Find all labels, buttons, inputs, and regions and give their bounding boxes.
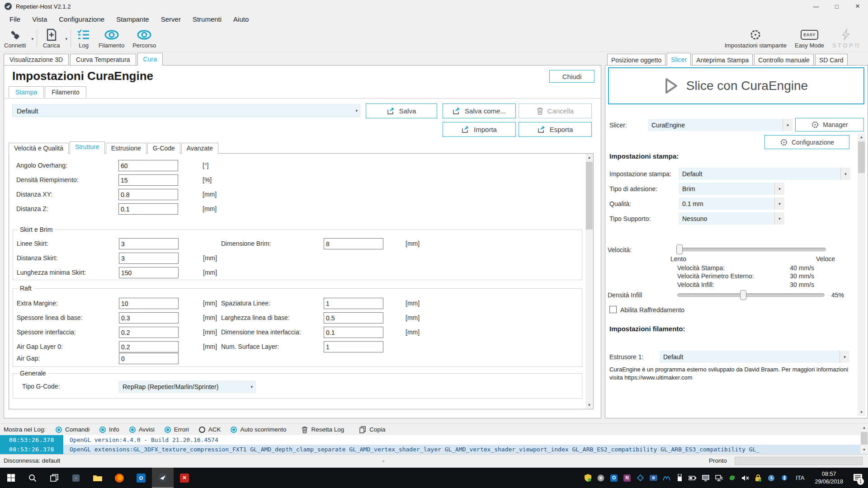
- scrollbar-thumb[interactable]: [586, 162, 593, 230]
- esporta-button[interactable]: Esporta: [519, 122, 592, 137]
- load-dropdown[interactable]: ▾: [64, 26, 69, 52]
- tab-velocita-qualita[interactable]: Velocità e Qualità: [9, 143, 69, 154]
- tray-display-icon[interactable]: [701, 474, 710, 483]
- select-arrow[interactable]: ▾: [840, 168, 850, 180]
- num-surface-layer-input[interactable]: [324, 341, 383, 352]
- menu-server[interactable]: Server: [155, 13, 187, 26]
- tray-sync-icon[interactable]: [727, 474, 736, 483]
- scrollbar-thumb[interactable]: [858, 141, 865, 173]
- connect-button[interactable]: Connetti: [0, 26, 30, 52]
- extra-margine-input[interactable]: [119, 298, 179, 309]
- lunghezza-minima-skirt-input[interactable]: [119, 267, 179, 278]
- menu-vista[interactable]: Vista: [26, 13, 53, 26]
- tray-bluetooth-icon[interactable]: [780, 474, 789, 483]
- scroll-up-icon[interactable]: ▲: [585, 154, 593, 161]
- tray-backup-icon[interactable]: [767, 474, 776, 483]
- tab-curva-temperatura[interactable]: Curva Temperatura: [70, 54, 136, 66]
- salva-come-button[interactable]: Salva come...: [443, 103, 516, 118]
- tray-diamond-icon[interactable]: [636, 474, 645, 483]
- speed-slider[interactable]: [679, 248, 826, 251]
- infill-slider-thumb[interactable]: [740, 290, 746, 300]
- angolo-overhang-input[interactable]: [118, 160, 178, 171]
- scroll-down-icon[interactable]: ▼: [585, 401, 593, 409]
- slicer-select[interactable]: CuraEngine: [648, 119, 783, 131]
- taskbar-app-repetier[interactable]: [152, 468, 174, 488]
- select-arrow[interactable]: ▾: [774, 197, 784, 210]
- search-button[interactable]: [22, 468, 43, 488]
- qualita-select[interactable]: 0.1 mm: [679, 197, 774, 210]
- start-button[interactable]: [0, 468, 22, 488]
- manager-button[interactable]: Manager: [795, 118, 864, 131]
- toggle-comandi[interactable]: Comandi: [56, 426, 90, 433]
- impostazione-stampa-select[interactable]: Default: [679, 168, 840, 180]
- extruder-select[interactable]: Default: [660, 351, 840, 363]
- salva-button[interactable]: Salva: [366, 103, 437, 118]
- dimensione-brim-input[interactable]: [324, 238, 383, 249]
- tab-controllo-manuale[interactable]: Controllo manuale: [754, 54, 814, 66]
- menu-aiuto[interactable]: Aiuto: [227, 13, 255, 26]
- copia-button[interactable]: Copia: [359, 426, 385, 433]
- tipo-supporto-select[interactable]: Nessuno: [679, 212, 774, 225]
- toggle-avvisi[interactable]: Avvisi: [129, 426, 155, 433]
- taskbar-app-1[interactable]: ◦: [65, 468, 87, 488]
- tab-anteprima-stampa[interactable]: Anteprima Stampa: [692, 54, 753, 66]
- gcode-type-select[interactable]: RepRap (Repetier/Marlin/Sprinter) ▾: [119, 381, 255, 393]
- menu-configurazione[interactable]: Configurazione: [53, 13, 110, 26]
- filament-toggle-button[interactable]: Filamento: [94, 26, 128, 52]
- cooling-checkbox[interactable]: [609, 306, 617, 313]
- importa-button[interactable]: Importa: [443, 122, 516, 137]
- printer-settings-button[interactable]: Impostazioni stampante: [721, 26, 791, 52]
- load-button[interactable]: Carica: [39, 26, 64, 52]
- taskbar-app-firefox[interactable]: [108, 468, 130, 488]
- distanza-z-input[interactable]: [118, 203, 178, 215]
- language-indicator[interactable]: ITA: [793, 474, 807, 481]
- tray-lock-icon[interactable]: [754, 474, 763, 483]
- tray-outlook-icon[interactable]: O: [609, 474, 618, 483]
- tab-estrusione[interactable]: Estrusione: [106, 143, 146, 154]
- select-arrow[interactable]: ▾: [774, 183, 784, 195]
- connect-dropdown[interactable]: ▾: [30, 26, 35, 52]
- tab-gcode[interactable]: G-Code: [147, 143, 180, 154]
- slicer-select-arrow[interactable]: ▾: [783, 119, 793, 131]
- scroll-up-icon[interactable]: ▲: [860, 424, 868, 432]
- tab-slicer[interactable]: Slicer: [667, 53, 691, 66]
- tab-avanzate[interactable]: Avanzate: [181, 143, 218, 154]
- toggle-info[interactable]: Info: [99, 426, 119, 433]
- menu-strumenti[interactable]: Strumenti: [187, 13, 227, 26]
- tab-cura[interactable]: Cura: [137, 53, 163, 66]
- tray-volume-mute-icon[interactable]: [741, 474, 750, 483]
- tray-disk-icon[interactable]: [596, 474, 605, 483]
- air-gap-layer0-input[interactable]: [119, 341, 179, 352]
- infill-slider[interactable]: [677, 293, 825, 297]
- chiudi-button[interactable]: Chiudi: [549, 70, 594, 83]
- tray-network-icon[interactable]: [714, 474, 723, 483]
- path-toggle-button[interactable]: Percorso: [128, 26, 160, 52]
- larghezza-linea-base-input[interactable]: [324, 312, 383, 324]
- distanza-xy-input[interactable]: [118, 189, 178, 200]
- scroll-down-icon[interactable]: ▼: [860, 446, 868, 454]
- tray-wings-icon[interactable]: [662, 474, 671, 483]
- taskbar-app-2[interactable]: ✕: [174, 468, 195, 488]
- task-view-button[interactable]: [43, 468, 65, 488]
- panel-scrollbar[interactable]: ▲ ▼: [858, 133, 865, 416]
- configurazione-button[interactable]: Configurazione: [764, 135, 849, 149]
- densita-riempimento-input[interactable]: [118, 174, 178, 186]
- settings-scrollbar[interactable]: ▲ ▼: [585, 154, 593, 409]
- tab-sd-card[interactable]: SD Card: [815, 54, 848, 66]
- tab-strutture[interactable]: Strutture: [70, 141, 105, 154]
- subtab-filamento[interactable]: Filamento: [45, 86, 86, 98]
- log-scrollbar[interactable]: ▲ ▼: [860, 424, 868, 454]
- air-gap-input[interactable]: [119, 353, 179, 364]
- toggle-ack[interactable]: ACK: [199, 426, 221, 433]
- tray-battery-icon[interactable]: [688, 474, 697, 483]
- profile-select[interactable]: Default ▾: [12, 104, 360, 117]
- tab-posizione-oggetto[interactable]: Posizione oggetto: [607, 54, 665, 66]
- slice-button[interactable]: Slice con CuraEngine: [608, 67, 864, 104]
- tray-usb-icon[interactable]: [675, 474, 684, 483]
- scroll-down-icon[interactable]: ▼: [858, 408, 865, 416]
- select-arrow[interactable]: ▾: [774, 212, 784, 225]
- tray-camera-icon[interactable]: [649, 474, 658, 483]
- toggle-auto-scorrimento[interactable]: Auto scorrimento: [231, 426, 286, 433]
- spaziatura-linee-input[interactable]: [324, 298, 383, 309]
- spessore-linea-base-input[interactable]: [119, 312, 179, 324]
